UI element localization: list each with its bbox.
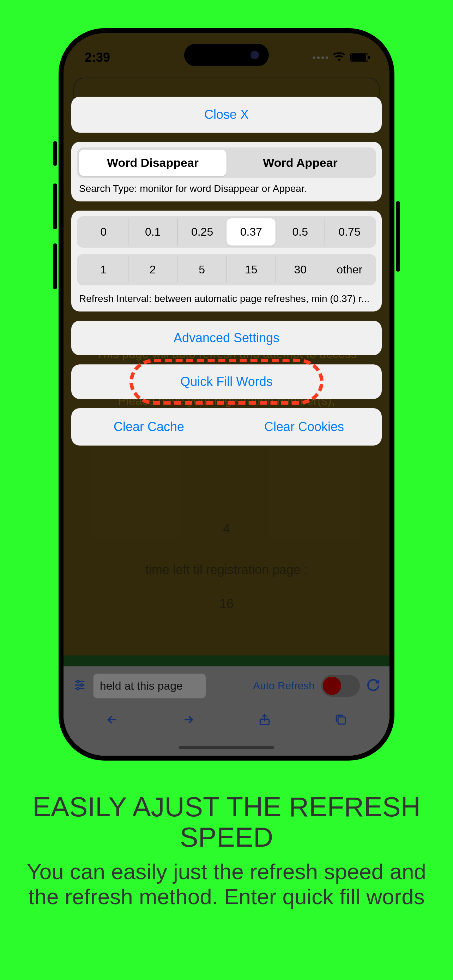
interval-row-2: 1 2 5 15 30 other: [77, 254, 376, 285]
word-appear-tab[interactable]: Word Appear: [227, 150, 374, 176]
phone-frame: 2:39 Back to Home Page This page will au…: [59, 28, 394, 760]
marketing-caption: EASILY AJUST THE REFRESH SPEED You can e…: [0, 792, 453, 909]
interval-0[interactable]: 0: [79, 218, 128, 245]
power-button: [396, 201, 400, 272]
interval-5[interactable]: 5: [177, 256, 227, 283]
volume-down-button: [53, 243, 57, 289]
marketing-heading: EASILY AJUST THE REFRESH SPEED: [17, 792, 436, 853]
interval-0.37[interactable]: 0.37: [227, 218, 275, 245]
advanced-settings-label: Advanced Settings: [173, 331, 280, 345]
status-right: [313, 52, 368, 63]
screen: 2:39 Back to Home Page This page will au…: [64, 33, 389, 756]
quick-fill-words-button[interactable]: Quick Fill Words: [71, 364, 382, 399]
interval-1[interactable]: 1: [79, 256, 128, 283]
interval-other[interactable]: other: [325, 256, 374, 283]
interval-row-1: 0 0.1 0.25 0.37 0.5 0.75: [77, 216, 376, 248]
search-type-segment: Word Disappear Word Appear: [77, 148, 376, 178]
interval-2[interactable]: 2: [128, 256, 178, 283]
home-indicator: [179, 746, 274, 749]
close-button[interactable]: Close X: [77, 102, 376, 127]
highlight-oval: [129, 359, 324, 405]
search-type-caption: Search Type: monitor for word Disappear …: [77, 178, 376, 196]
refresh-interval-card: 0 0.1 0.25 0.37 0.5 0.75 1 2 5 15 30 oth…: [71, 211, 382, 312]
volume-up-button: [53, 183, 57, 229]
interval-30[interactable]: 30: [275, 256, 325, 283]
status-time: 2:39: [85, 50, 110, 65]
clear-card: Clear Cache Clear Cookies: [71, 408, 382, 445]
advanced-settings-button[interactable]: Advanced Settings: [71, 321, 382, 355]
volume-silence-switch: [53, 141, 57, 166]
word-disappear-tab[interactable]: Word Disappear: [79, 150, 227, 176]
marketing-body: You can easily just the refresh speed an…: [17, 859, 436, 910]
clear-cookies-button[interactable]: Clear Cookies: [227, 408, 382, 445]
interval-0.25[interactable]: 0.25: [178, 218, 227, 245]
interval-0.5[interactable]: 0.5: [275, 218, 324, 245]
search-type-card: Word Disappear Word Appear Search Type: …: [71, 142, 382, 201]
cellular-icon: [313, 56, 328, 59]
close-card: Close X: [71, 97, 382, 133]
interval-15[interactable]: 15: [227, 256, 276, 283]
interval-0.1[interactable]: 0.1: [128, 218, 178, 245]
dynamic-island: [184, 44, 269, 66]
interval-0.75[interactable]: 0.75: [324, 218, 374, 245]
battery-icon: [350, 53, 368, 62]
settings-panel: Close X Word Disappear Word Appear Searc…: [71, 97, 382, 455]
clear-cache-button[interactable]: Clear Cache: [71, 408, 227, 445]
wifi-icon: [333, 52, 345, 63]
interval-caption: Refresh Interval: between automatic page…: [77, 292, 376, 306]
